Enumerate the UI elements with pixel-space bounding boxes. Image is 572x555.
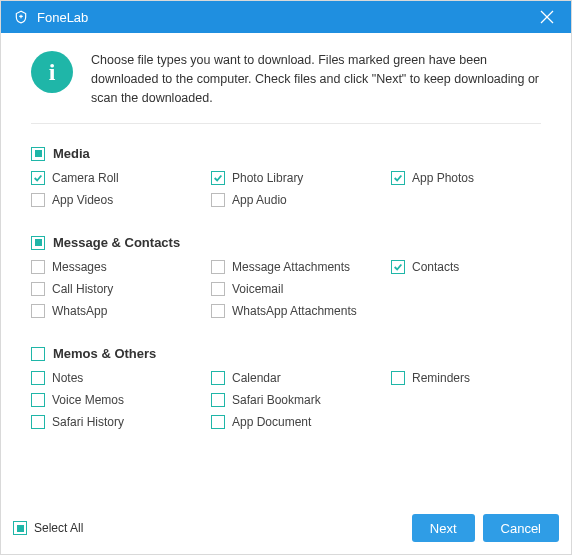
checkbox-whatsapp[interactable] xyxy=(31,304,45,318)
close-icon xyxy=(539,9,555,25)
item-calendar[interactable]: Calendar xyxy=(211,371,391,385)
checkbox-safari-bookmark[interactable] xyxy=(211,393,225,407)
checkbox-app-videos[interactable] xyxy=(31,193,45,207)
item-safari-history[interactable]: Safari History xyxy=(31,415,211,429)
item-notes[interactable]: Notes xyxy=(31,371,211,385)
checkbox-memos-others[interactable] xyxy=(31,347,45,361)
label-whatsapp-attachments: WhatsApp Attachments xyxy=(232,304,357,318)
title-left: FoneLab xyxy=(13,9,88,25)
checkbox-app-audio[interactable] xyxy=(211,193,225,207)
checkbox-calendar[interactable] xyxy=(211,371,225,385)
item-app-audio[interactable]: App Audio xyxy=(211,193,391,207)
checkbox-camera-roll[interactable] xyxy=(31,171,45,185)
checkbox-whatsapp-attachments[interactable] xyxy=(211,304,225,318)
item-call-history[interactable]: Call History xyxy=(31,282,211,296)
label-app-videos: App Videos xyxy=(52,193,113,207)
section-title-message-contacts: Message & Contacts xyxy=(53,235,180,250)
item-safari-bookmark[interactable]: Safari Bookmark xyxy=(211,393,391,407)
label-camera-roll: Camera Roll xyxy=(52,171,119,185)
checkbox-safari-history[interactable] xyxy=(31,415,45,429)
label-contacts: Contacts xyxy=(412,260,459,274)
section-head-media[interactable]: Media xyxy=(31,146,541,161)
item-app-videos[interactable]: App Videos xyxy=(31,193,211,207)
item-voice-memos[interactable]: Voice Memos xyxy=(31,393,211,407)
section-message-contacts: Message & Contacts Messages Message Atta… xyxy=(31,235,541,326)
checkbox-call-history[interactable] xyxy=(31,282,45,296)
content-area: i Choose file types you want to download… xyxy=(1,33,571,437)
checkbox-contacts[interactable] xyxy=(391,260,405,274)
label-app-document: App Document xyxy=(232,415,311,429)
checkbox-notes[interactable] xyxy=(31,371,45,385)
app-window: FoneLab i Choose file types you want to … xyxy=(0,0,572,555)
item-whatsapp[interactable]: WhatsApp xyxy=(31,304,211,318)
item-reminders[interactable]: Reminders xyxy=(391,371,511,385)
item-voicemail[interactable]: Voicemail xyxy=(211,282,391,296)
label-reminders: Reminders xyxy=(412,371,470,385)
select-all-label: Select All xyxy=(34,521,83,535)
section-memos-others: Memos & Others Notes Calendar Reminders … xyxy=(31,346,541,437)
checkbox-message-contacts[interactable] xyxy=(31,236,45,250)
label-safari-bookmark: Safari Bookmark xyxy=(232,393,321,407)
label-call-history: Call History xyxy=(52,282,113,296)
titlebar: FoneLab xyxy=(1,1,571,33)
item-photo-library[interactable]: Photo Library xyxy=(211,171,391,185)
label-photo-library: Photo Library xyxy=(232,171,303,185)
section-head-message-contacts[interactable]: Message & Contacts xyxy=(31,235,541,250)
label-notes: Notes xyxy=(52,371,83,385)
checkbox-select-all[interactable] xyxy=(13,521,27,535)
label-safari-history: Safari History xyxy=(52,415,124,429)
footer: Select All Next Cancel xyxy=(13,514,559,542)
checkbox-app-document[interactable] xyxy=(211,415,225,429)
item-contacts[interactable]: Contacts xyxy=(391,260,511,274)
checkbox-voicemail[interactable] xyxy=(211,282,225,296)
label-app-audio: App Audio xyxy=(232,193,287,207)
section-title-media: Media xyxy=(53,146,90,161)
label-message-attachments: Message Attachments xyxy=(232,260,350,274)
label-voicemail: Voicemail xyxy=(232,282,283,296)
checkbox-voice-memos[interactable] xyxy=(31,393,45,407)
app-title: FoneLab xyxy=(37,10,88,25)
close-button[interactable] xyxy=(533,3,561,31)
section-media: Media Camera Roll Photo Library App Phot… xyxy=(31,146,541,215)
checkbox-app-photos[interactable] xyxy=(391,171,405,185)
label-calendar: Calendar xyxy=(232,371,281,385)
checkbox-message-attachments[interactable] xyxy=(211,260,225,274)
label-messages: Messages xyxy=(52,260,107,274)
item-app-document[interactable]: App Document xyxy=(211,415,391,429)
info-text: Choose file types you want to download. … xyxy=(91,51,541,107)
app-logo-icon xyxy=(13,9,29,25)
item-message-attachments[interactable]: Message Attachments xyxy=(211,260,391,274)
item-messages[interactable]: Messages xyxy=(31,260,211,274)
label-voice-memos: Voice Memos xyxy=(52,393,124,407)
checkbox-reminders[interactable] xyxy=(391,371,405,385)
next-button[interactable]: Next xyxy=(412,514,475,542)
cancel-button[interactable]: Cancel xyxy=(483,514,559,542)
checkbox-media[interactable] xyxy=(31,147,45,161)
checkbox-messages[interactable] xyxy=(31,260,45,274)
divider xyxy=(31,123,541,124)
info-row: i Choose file types you want to download… xyxy=(31,51,541,107)
select-all-row[interactable]: Select All xyxy=(13,521,83,535)
info-icon: i xyxy=(31,51,73,93)
item-app-photos[interactable]: App Photos xyxy=(391,171,511,185)
label-whatsapp: WhatsApp xyxy=(52,304,107,318)
checkbox-photo-library[interactable] xyxy=(211,171,225,185)
item-whatsapp-attachments[interactable]: WhatsApp Attachments xyxy=(211,304,391,318)
label-app-photos: App Photos xyxy=(412,171,474,185)
section-title-memos-others: Memos & Others xyxy=(53,346,156,361)
item-camera-roll[interactable]: Camera Roll xyxy=(31,171,211,185)
section-head-memos-others[interactable]: Memos & Others xyxy=(31,346,541,361)
